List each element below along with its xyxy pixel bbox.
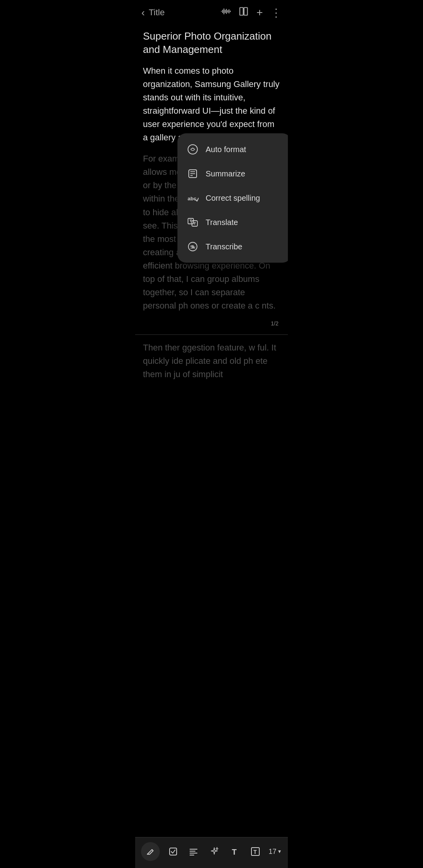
- spell-check-icon: abc: [187, 192, 199, 204]
- summarize-label: Summarize: [206, 169, 245, 178]
- translate-label: Translate: [206, 218, 238, 227]
- audio-wave-icon[interactable]: [221, 6, 231, 19]
- header-title: Title: [149, 7, 221, 18]
- transcribe-label: Transcribe: [206, 242, 242, 251]
- translate-icon: [187, 216, 199, 228]
- popup-item-transcribe[interactable]: Transcribe: [177, 234, 288, 259]
- book-icon[interactable]: [239, 6, 249, 19]
- header-icons: + ⋮: [221, 6, 282, 19]
- page-indicator: 1/2: [143, 320, 280, 327]
- auto-format-label: Auto format: [206, 145, 246, 154]
- transcribe-icon: [187, 241, 199, 252]
- summarize-icon: [187, 168, 199, 180]
- more-icon[interactable]: ⋮: [271, 6, 282, 19]
- content-heading: Superior Photo Organization and Manageme…: [143, 30, 280, 56]
- popup-item-translate[interactable]: Translate: [177, 210, 288, 234]
- content-para-3: Then ther ggestion feature, w ful. It qu…: [143, 341, 280, 381]
- add-icon[interactable]: +: [257, 6, 263, 19]
- content-lower: Then ther ggestion feature, w ful. It qu…: [135, 335, 288, 381]
- content-para-1: When it comes to photo organization, Sam…: [143, 64, 280, 145]
- back-button[interactable]: ‹: [141, 7, 145, 19]
- svg-text:abc: abc: [188, 196, 196, 202]
- ai-popup-menu: Auto format Summarize abc Correct spelli…: [177, 133, 288, 263]
- popup-item-auto-format[interactable]: Auto format: [177, 137, 288, 162]
- svg-point-10: [188, 145, 197, 154]
- popup-item-summarize[interactable]: Summarize: [177, 162, 288, 186]
- svg-rect-8: [240, 7, 243, 15]
- svg-rect-9: [244, 7, 248, 15]
- popup-item-correct-spelling[interactable]: abc Correct spelling: [177, 186, 288, 210]
- correct-spelling-label: Correct spelling: [206, 194, 260, 203]
- header: ‹ Title + ⋮: [135, 0, 288, 25]
- auto-format-icon: [187, 143, 199, 155]
